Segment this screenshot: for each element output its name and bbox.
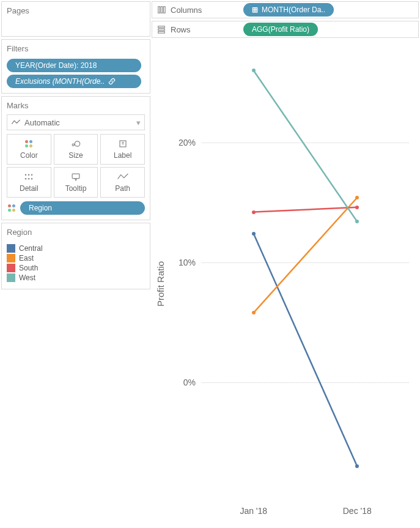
x-tick-label: Dec '18 bbox=[343, 502, 372, 516]
mark-detail-label: Detail bbox=[20, 184, 39, 193]
svg-point-5 bbox=[31, 174, 33, 176]
mark-detail-button[interactable]: Detail bbox=[7, 167, 51, 198]
mark-path-button[interactable]: Path bbox=[100, 167, 145, 198]
mark-tooltip-label: Tooltip bbox=[65, 184, 87, 193]
data-point[interactable] bbox=[252, 69, 256, 72]
mark-tooltip-button[interactable]: Tooltip bbox=[54, 167, 98, 198]
filter-pill-exclusions-label: Exclusions (MONTH(Orde.. bbox=[15, 77, 105, 86]
mark-label-label: Label bbox=[114, 151, 131, 160]
series-line[interactable] bbox=[254, 70, 358, 221]
mark-size-button[interactable]: Size bbox=[54, 134, 98, 165]
mark-size-label: Size bbox=[68, 151, 83, 160]
legend-swatch bbox=[7, 254, 15, 262]
legend-item[interactable]: Central bbox=[7, 244, 145, 253]
tooltip-icon bbox=[70, 172, 82, 182]
svg-point-7 bbox=[28, 178, 30, 180]
mark-color-button[interactable]: Color bbox=[7, 134, 51, 165]
legend-item-label: East bbox=[19, 254, 34, 262]
rows-label: Rows bbox=[167, 25, 243, 34]
marks-type-label: Automatic bbox=[24, 118, 60, 127]
svg-rect-10 bbox=[158, 7, 160, 13]
plus-icon: ⊞ bbox=[252, 6, 258, 14]
label-icon bbox=[117, 139, 129, 149]
svg-point-1 bbox=[75, 141, 79, 146]
size-icon bbox=[70, 139, 82, 149]
y-axis-title: Profit Ratio bbox=[155, 261, 166, 306]
pages-title: Pages bbox=[2, 2, 150, 20]
legend-item-label: Central bbox=[19, 244, 43, 253]
svg-point-4 bbox=[28, 174, 30, 176]
data-point[interactable] bbox=[252, 232, 256, 236]
svg-point-8 bbox=[31, 178, 33, 180]
svg-point-6 bbox=[25, 178, 27, 180]
filters-card: Filters YEAR(Order Date): 2018 Exclusion… bbox=[1, 39, 150, 94]
color-icon bbox=[24, 139, 34, 149]
columns-pill[interactable]: ⊞ MONTH(Order Da.. bbox=[243, 3, 334, 17]
svg-rect-14 bbox=[158, 29, 165, 31]
columns-label: Columns bbox=[167, 6, 243, 15]
legend-item-label: South bbox=[19, 264, 38, 272]
legend-swatch bbox=[7, 273, 15, 282]
mark-color-label: Color bbox=[20, 151, 38, 160]
legend-swatch bbox=[7, 264, 15, 272]
columns-shelf[interactable]: Columns ⊞ MONTH(Order Da.. bbox=[152, 1, 419, 18]
rows-pill[interactable]: AGG(Profit Ratio) bbox=[243, 23, 318, 36]
rows-icon bbox=[156, 25, 167, 34]
marks-title: Marks bbox=[2, 97, 150, 114]
filters-title: Filters bbox=[2, 40, 150, 58]
filter-pill-year-label: YEAR(Order Date): 2018 bbox=[15, 61, 97, 70]
rows-pill-label: AGG(Profit Ratio) bbox=[252, 25, 309, 34]
mark-label-button[interactable]: Label bbox=[100, 134, 145, 165]
filter-pill-exclusions[interactable]: Exclusions (MONTH(Orde.. bbox=[7, 75, 141, 88]
color-pill-region-label: Region bbox=[29, 204, 52, 212]
svg-point-3 bbox=[25, 174, 27, 176]
pages-card[interactable]: Pages bbox=[1, 1, 150, 37]
line-chart-icon bbox=[11, 119, 21, 126]
svg-rect-15 bbox=[158, 32, 165, 34]
svg-rect-12 bbox=[164, 7, 166, 13]
marks-type-select[interactable]: Automatic ▾ bbox=[7, 114, 145, 130]
legend-swatch bbox=[7, 244, 15, 253]
color-pill-region[interactable]: Region bbox=[20, 201, 145, 215]
series-line[interactable] bbox=[254, 234, 358, 466]
link-icon bbox=[108, 78, 116, 85]
data-point[interactable] bbox=[252, 311, 256, 314]
data-point[interactable] bbox=[355, 206, 359, 209]
series-line[interactable] bbox=[254, 207, 358, 212]
mark-path-label: Path bbox=[115, 184, 130, 193]
y-tick-label: 20% bbox=[179, 138, 202, 147]
svg-point-0 bbox=[72, 144, 74, 146]
y-tick-label: 0% bbox=[183, 377, 202, 387]
svg-rect-13 bbox=[158, 26, 165, 28]
legend-card: Region CentralEastSouthWest bbox=[1, 223, 150, 289]
legend-item[interactable]: East bbox=[7, 253, 145, 263]
columns-pill-label: MONTH(Order Da.. bbox=[262, 6, 325, 14]
filter-pill-year[interactable]: YEAR(Order Date): 2018 bbox=[7, 59, 141, 72]
marks-card: Marks Automatic ▾ Color bbox=[1, 96, 150, 220]
series-line[interactable] bbox=[254, 198, 358, 313]
legend-item[interactable]: South bbox=[7, 263, 145, 273]
svg-rect-9 bbox=[72, 174, 79, 179]
path-icon bbox=[117, 172, 129, 182]
legend-item[interactable]: West bbox=[7, 273, 145, 283]
color-encoding-icon bbox=[7, 203, 17, 213]
legend-title: Region bbox=[2, 223, 150, 241]
y-tick-label: 10% bbox=[179, 258, 202, 267]
columns-icon bbox=[156, 6, 167, 14]
svg-rect-11 bbox=[161, 7, 163, 13]
caret-down-icon: ▾ bbox=[136, 118, 141, 127]
legend-item-label: West bbox=[19, 273, 35, 282]
chart-area[interactable]: Profit Ratio 0%10%20%Jan '18Dec '18 bbox=[152, 40, 419, 527]
chart-lines bbox=[202, 46, 409, 502]
x-tick-label: Jan '18 bbox=[240, 502, 267, 516]
detail-icon bbox=[23, 172, 35, 182]
data-point[interactable] bbox=[252, 210, 256, 214]
rows-shelf[interactable]: Rows AGG(Profit Ratio) bbox=[152, 21, 419, 38]
